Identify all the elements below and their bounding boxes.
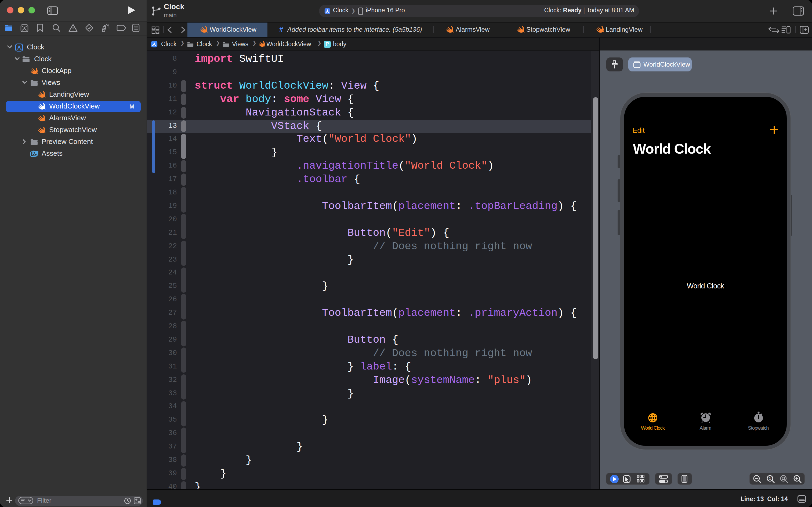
svg-text:1: 1 bbox=[768, 476, 771, 481]
